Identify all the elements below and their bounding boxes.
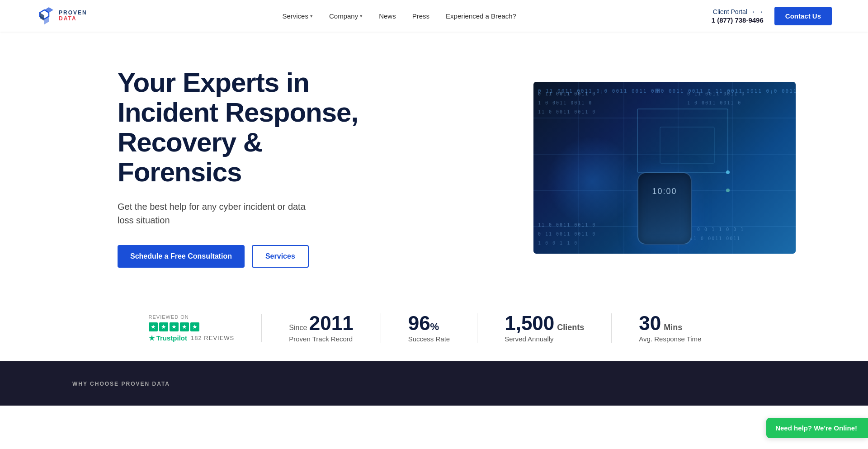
stat-clients-number: 1,500	[505, 312, 554, 334]
stat-clients: 1,500Clients Served Annually	[477, 313, 612, 343]
star-1: ★	[149, 322, 158, 331]
stat-success-suffix: %	[430, 321, 439, 332]
nav-right: Client Portal → 1 (877) 738-9496 Contact…	[712, 7, 832, 25]
stat-success-number: 96	[408, 312, 430, 334]
contact-us-button[interactable]: Contact Us	[774, 7, 832, 25]
hero-title: Your Experts in Incident Response, Recov…	[118, 68, 371, 187]
svg-point-12	[726, 189, 730, 192]
trustpilot-reviews: 182 REVIEWS	[191, 335, 234, 341]
star-4: ★	[180, 322, 189, 331]
stat-since-label: Proven Track Record	[289, 335, 353, 343]
logo-icon	[36, 6, 55, 25]
star-2: ★	[159, 322, 168, 331]
nav-press-link[interactable]: Press	[412, 12, 429, 20]
stat-since: Since 2011 Proven Track Record	[262, 313, 381, 343]
client-portal-link[interactable]: Client Portal →	[713, 8, 764, 15]
nav-news-link[interactable]: News	[379, 12, 396, 20]
svg-text:1 1 0 0 1 1 0 0 1: 1 1 0 0 1 1 0 0 1	[683, 227, 744, 232]
hero-buttons: Schedule a Free Consultation Services	[118, 245, 371, 268]
phone-shape	[637, 172, 692, 245]
nav-phone: 1 (877) 738-9496	[712, 16, 764, 24]
stats-bar: REVIEWED ON ★ ★ ★ ★ ★ ★ Trustpilot 182 R…	[0, 295, 868, 361]
svg-text:0 11 0011 0011 0: 0 11 0011 0011 0	[538, 232, 596, 236]
stat-response-suffix: Mins	[664, 323, 682, 332]
stat-trustpilot: REVIEWED ON ★ ★ ★ ★ ★ ★ Trustpilot 182 R…	[140, 314, 262, 342]
stat-since-value: Since 2011	[289, 313, 353, 333]
schedule-consultation-button[interactable]: Schedule a Free Consultation	[118, 245, 245, 268]
svg-text:11 0 0011 0011 0: 11 0 0011 0011 0	[538, 109, 596, 114]
stat-response: 30Mins Avg. Response Time	[612, 313, 728, 343]
stat-since-prefix: Since	[289, 324, 307, 331]
stat-response-value: 30Mins	[639, 313, 682, 333]
svg-text:1 0 0 1 1 0: 1 0 0 1 1 0	[538, 241, 578, 246]
svg-rect-9	[637, 109, 728, 172]
dark-section-label: WHY CHOOSE PROVEN DATA	[72, 381, 170, 387]
trustpilot-logo: ★ Trustpilot	[149, 334, 188, 342]
svg-text:0 11 0011 0011 0: 0 11 0011 0011 0	[538, 91, 596, 96]
stat-clients-suffix: Clients	[557, 323, 584, 332]
hero-section: Your Experts in Incident Response, Recov…	[0, 32, 868, 295]
nav-breach-link[interactable]: Experienced a Breach?	[446, 12, 516, 20]
stat-success-rate: 96% Success Rate	[381, 313, 478, 343]
hero-content: Your Experts in Incident Response, Recov…	[118, 68, 371, 268]
stat-reviewed-on-label: REVIEWED ON	[149, 314, 189, 320]
services-button[interactable]: Services	[252, 245, 309, 268]
nav-services-dropdown[interactable]: Services	[282, 12, 313, 20]
stat-success-label: Success Rate	[408, 335, 450, 343]
hero-image: 0 11 0011 0011 0 1 0 0011 0011 0 11 0 00…	[533, 82, 796, 254]
svg-point-11	[726, 170, 730, 174]
navbar: PROVEN DATA Services Company News Press …	[0, 0, 868, 32]
stat-since-year: 2011	[309, 312, 354, 334]
trustpilot-stars: ★ ★ ★ ★ ★	[149, 322, 199, 331]
nav-links: Services Company News Press Experienced …	[282, 12, 516, 20]
svg-text:1 0 0011 0011 0: 1 0 0011 0011 0	[687, 100, 741, 105]
stat-response-label: Avg. Response Time	[639, 335, 701, 343]
svg-rect-10	[660, 127, 714, 163]
fingerprint-glow	[547, 136, 637, 227]
svg-text:0 11 0011 0011 0: 0 11 0011 0011 0	[687, 91, 745, 96]
svg-text:1 0 0011 0011 0: 1 0 0011 0011 0	[538, 100, 592, 105]
stat-success-value: 96%	[408, 313, 439, 333]
stat-response-number: 30	[639, 312, 661, 334]
logo-text: PROVEN DATA	[59, 10, 87, 22]
stat-clients-label: Served Annually	[505, 335, 553, 343]
nav-company-dropdown[interactable]: Company	[329, 12, 363, 20]
star-3: ★	[170, 322, 179, 331]
dark-section: WHY CHOOSE PROVEN DATA	[0, 361, 868, 406]
hero-subtitle: Get the best help for any cyber incident…	[118, 200, 316, 227]
star-5: ★	[190, 322, 199, 331]
hero-image-bg: 0 11 0011 0011 0 1 0 0011 0011 0 11 0 00…	[533, 82, 796, 254]
trustpilot-row: ★ Trustpilot 182 REVIEWS	[149, 334, 235, 342]
stat-clients-value: 1,500Clients	[505, 313, 584, 333]
logo[interactable]: PROVEN DATA	[36, 6, 87, 25]
